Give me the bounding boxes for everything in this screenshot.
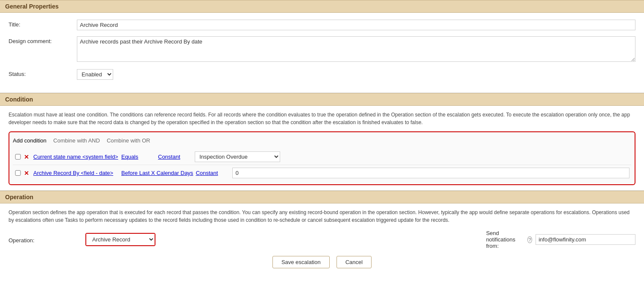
cancel-button[interactable]: Cancel xyxy=(337,256,372,268)
operation-select-wrapper: Archive Record Send Notification Update … xyxy=(85,233,155,246)
condition-1-delete-icon[interactable]: ✕ xyxy=(24,154,29,160)
add-condition-button[interactable]: Add condition xyxy=(13,137,47,144)
condition-2-type[interactable]: Constant xyxy=(196,170,230,176)
operation-panel: Operation section defines the app operat… xyxy=(0,203,644,278)
condition-row-2: ✕ Archive Record By <field - date> Befor… xyxy=(13,165,631,181)
title-field-wrapper xyxy=(77,20,635,30)
general-properties-header: General Properties xyxy=(0,0,644,13)
title-row: Title: xyxy=(9,20,635,30)
button-row: Save escalation Cancel xyxy=(9,249,635,273)
condition-row-1: ✕ Current state name <system field> Equa… xyxy=(13,149,631,165)
title-input[interactable] xyxy=(77,20,635,30)
operation-select[interactable]: Archive Record Send Notification Update … xyxy=(86,234,155,245)
combine-and-button[interactable]: Combine with AND xyxy=(53,137,100,144)
combine-or-button[interactable]: Combine with OR xyxy=(107,137,150,144)
condition-1-type[interactable]: Constant xyxy=(158,154,192,160)
condition-2-delete-icon[interactable]: ✕ xyxy=(24,170,29,177)
condition-2-operator[interactable]: Before Last X Calendar Days xyxy=(121,170,193,176)
condition-2-field[interactable]: Archive Record By <field - date> xyxy=(33,170,119,176)
condition-header: Condition xyxy=(0,93,644,106)
save-escalation-button[interactable]: Save escalation xyxy=(272,256,330,268)
title-label: Title: xyxy=(9,20,77,28)
operation-description: Operation section defines the app operat… xyxy=(9,209,635,224)
design-comment-textarea[interactable]: Archive records past their Archive Recor… xyxy=(77,36,635,62)
condition-description: Escalation must have at least one condit… xyxy=(9,111,635,126)
status-field-wrapper: Enabled Disabled xyxy=(77,69,635,80)
send-notifications-label: Send notifications from: xyxy=(486,230,524,249)
notification-email-input[interactable] xyxy=(536,234,635,245)
condition-box: Add condition Combine with AND Combine w… xyxy=(9,131,635,185)
condition-2-checkbox[interactable] xyxy=(15,170,21,176)
general-properties-panel: Title: Design comment: Archive records p… xyxy=(0,13,644,93)
notification-group: Send notifications from: ? xyxy=(486,230,635,249)
condition-1-operator[interactable]: Equals xyxy=(121,154,155,160)
design-comment-field-wrapper: Archive records past their Archive Recor… xyxy=(77,36,635,63)
condition-1-checkbox[interactable] xyxy=(15,154,21,160)
operation-header: Operation xyxy=(0,191,644,203)
operation-label: Operation: xyxy=(9,235,77,244)
condition-1-value-select[interactable]: Inspection Overdue Active Closed Pending xyxy=(195,151,280,162)
help-icon[interactable]: ? xyxy=(527,236,532,243)
status-select[interactable]: Enabled Disabled xyxy=(77,69,113,80)
condition-toolbar: Add condition Combine with AND Combine w… xyxy=(13,136,631,145)
operation-row: Operation: Archive Record Send Notificat… xyxy=(9,230,635,249)
condition-2-value-input[interactable] xyxy=(232,168,629,178)
status-label: Status: xyxy=(9,69,77,77)
condition-panel: Escalation must have at least one condit… xyxy=(0,106,644,190)
status-row: Status: Enabled Disabled xyxy=(9,69,635,80)
design-comment-row: Design comment: Archive records past the… xyxy=(9,36,635,63)
design-comment-label: Design comment: xyxy=(9,36,77,44)
condition-1-field[interactable]: Current state name <system field> xyxy=(33,154,119,160)
